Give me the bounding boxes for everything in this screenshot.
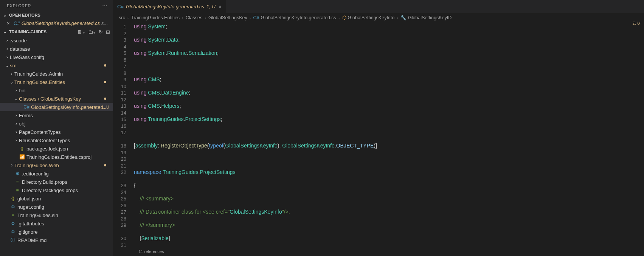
explorer-title: EXPLORER bbox=[7, 3, 31, 8]
item-label: .editorconfig bbox=[22, 171, 49, 177]
np-icon: ≡ bbox=[10, 212, 16, 218]
tree-folder[interactable]: ›bin bbox=[0, 86, 113, 95]
item-label: GlobalSettingsKeyInfo.generated.cs bbox=[31, 104, 109, 110]
breadcrumb-item[interactable]: TrainingGuides.Entities bbox=[131, 15, 180, 20]
tree-folder[interactable]: ›Forms bbox=[0, 111, 113, 119]
tree-file[interactable]: ≡TrainingGuides.sln bbox=[0, 211, 113, 219]
np-icon: ≡ bbox=[14, 179, 20, 185]
item-label: TrainingGuides.Admin bbox=[14, 71, 63, 77]
more-icon[interactable]: ··· bbox=[102, 2, 108, 9]
item-label: .gitattributes bbox=[17, 221, 44, 227]
conf-icon: ⚙ bbox=[10, 229, 16, 235]
breadcrumb-item[interactable]: GlobalSettingsKey bbox=[208, 15, 247, 20]
csharp-icon: C# bbox=[117, 4, 124, 9]
tree-folder[interactable]: ›TrainingGuides.Admin bbox=[0, 70, 113, 78]
tree-folder[interactable]: ›obj bbox=[0, 119, 113, 128]
code-editor[interactable]: 1234567891011121314151617181920212223242… bbox=[113, 22, 644, 256]
cs-icon: C# bbox=[23, 104, 29, 110]
csharp-icon: C# bbox=[253, 15, 259, 20]
tree-file[interactable]: ⚙.gitignore bbox=[0, 228, 113, 236]
property-icon: 🔧 bbox=[400, 15, 407, 20]
item-label: ReusableContentTypes bbox=[19, 138, 70, 143]
chevron-right-icon: › bbox=[127, 16, 129, 20]
item-label: Forms bbox=[19, 113, 33, 118]
tree-folder[interactable]: ⌄TrainingGuides.Entities bbox=[0, 78, 113, 86]
json-icon: {} bbox=[19, 146, 25, 152]
breadcrumb-item[interactable]: Classes bbox=[186, 15, 202, 20]
chevron-right-icon: › bbox=[250, 16, 251, 20]
breadcrumb-item[interactable]: C#GlobalSettingsKeyInfo.generated.cs bbox=[253, 15, 336, 20]
item-label: TrainingGuides.Entities bbox=[14, 79, 65, 85]
chevron-down-icon: ⌄ bbox=[14, 96, 19, 101]
folder-actions: 🗎₊ 🗀₊ ↻ ⊟ bbox=[78, 29, 110, 35]
breadcrumb-item[interactable]: ⬡GlobalSettingsKeyInfo bbox=[342, 15, 395, 20]
tree-folder[interactable]: ›.vscode bbox=[0, 36, 113, 45]
item-label: global.json bbox=[17, 196, 41, 202]
item-label: PageContentTypes bbox=[19, 129, 61, 135]
chevron-right-icon: › bbox=[14, 129, 19, 135]
explorer-header: EXPLORER ··· bbox=[0, 0, 113, 11]
chevron-right-icon: › bbox=[14, 121, 19, 126]
folder-title: TRAINING-GUIDES bbox=[9, 29, 47, 34]
item-label: database bbox=[10, 46, 30, 52]
tree-folder[interactable]: ›TrainingGuides.Web bbox=[0, 161, 113, 169]
tree-folder[interactable]: ›PageContentTypes bbox=[0, 128, 113, 136]
refresh-icon[interactable]: ↻ bbox=[99, 29, 103, 35]
tree-folder[interactable]: ›ReusableContentTypes bbox=[0, 136, 113, 144]
folder-section[interactable]: ⌄ TRAINING-GUIDES 🗎₊ 🗀₊ ↻ ⊟ bbox=[0, 27, 113, 36]
json-icon: {} bbox=[10, 195, 16, 202]
tree-file[interactable]: ⚙nuget.config bbox=[0, 203, 113, 211]
tree-file[interactable]: C#GlobalSettingsKeyInfo.generated.cs1, U bbox=[0, 103, 113, 111]
tree-file[interactable]: {}global.json bbox=[0, 194, 113, 203]
chevron-right-icon: › bbox=[5, 38, 10, 43]
tree-file[interactable]: ⚙.editorconfig bbox=[0, 169, 113, 178]
tree-file[interactable]: ⓘREADME.md bbox=[0, 236, 113, 244]
item-label: packages.lock.json bbox=[26, 146, 68, 152]
info-icon: ⓘ bbox=[10, 237, 16, 243]
open-editor-item[interactable]: × C# GlobalSettingsKeyInfo.generated.cs … bbox=[0, 19, 113, 27]
tree-file[interactable]: ≡Directory.Packages.props bbox=[0, 186, 113, 194]
item-label: nuget.config bbox=[17, 204, 44, 210]
breadcrumb-item[interactable]: src bbox=[119, 15, 125, 20]
tree-folder[interactable]: ›LiveSass conifg bbox=[0, 53, 113, 61]
modified-dot-icon bbox=[104, 64, 106, 67]
item-label: obj bbox=[19, 121, 25, 127]
chevron-right-icon: › bbox=[205, 16, 206, 20]
np-icon: ≡ bbox=[14, 187, 20, 193]
item-label: bin bbox=[19, 88, 25, 93]
tree-folder[interactable]: ⌄src bbox=[0, 61, 113, 70]
breadcrumb-label: Classes bbox=[186, 15, 202, 20]
tree-folder[interactable]: ›database bbox=[0, 45, 113, 53]
collapse-icon[interactable]: ⊟ bbox=[106, 29, 110, 35]
new-folder-icon[interactable]: 🗀₊ bbox=[88, 29, 96, 35]
line-gutter: 1234567891011121314151617181920212223242… bbox=[113, 22, 132, 256]
breadcrumb-label: src bbox=[119, 15, 125, 20]
chevron-down-icon: ⌄ bbox=[2, 29, 8, 34]
close-icon[interactable]: × bbox=[7, 20, 12, 26]
item-label: Directory.Packages.props bbox=[22, 188, 78, 193]
item-label: Directory.Build.props bbox=[22, 179, 67, 185]
file-tree: ›.vscode›database›LiveSass conifg⌄src›Tr… bbox=[0, 36, 113, 256]
git-badge: 1, U bbox=[102, 105, 109, 109]
chevron-right-icon: › bbox=[5, 54, 10, 60]
tree-file[interactable]: {}packages.lock.json bbox=[0, 144, 113, 153]
tree-file[interactable]: ⚙.gitattributes bbox=[0, 219, 113, 228]
tree-file[interactable]: ≡Directory.Build.props bbox=[0, 178, 113, 186]
breadcrumb[interactable]: src›TrainingGuides.Entities›Classes›Glob… bbox=[113, 13, 644, 22]
breadcrumb-item[interactable]: 🔧GlobalSettingsKeyID bbox=[400, 15, 452, 20]
class-icon: ⬡ bbox=[342, 15, 346, 20]
tab-title: GlobalSettingsKeyInfo.generated.cs bbox=[126, 4, 204, 9]
tab-active[interactable]: C# GlobalSettingsKeyInfo.generated.cs 1,… bbox=[113, 0, 226, 13]
editor-item-badge: 1, U bbox=[633, 21, 640, 25]
tree-folder[interactable]: ⌄Classes \ GlobalSettingsKey bbox=[0, 95, 113, 103]
code-content[interactable]: using System; using System.Data; using S… bbox=[132, 22, 644, 256]
modified-dot-icon bbox=[104, 98, 106, 100]
tree-file[interactable]: 📶TrainingGuides.Entities.csproj bbox=[0, 153, 113, 161]
chevron-right-icon: › bbox=[14, 88, 19, 93]
editor-item-name: GlobalSettingsKeyInfo.generated.cs bbox=[22, 20, 100, 26]
open-editors-section[interactable]: ⌄ OPEN EDITORS bbox=[0, 11, 113, 19]
new-file-icon[interactable]: 🗎₊ bbox=[78, 29, 85, 35]
chevron-right-icon: › bbox=[9, 71, 14, 76]
item-label: src bbox=[10, 63, 16, 68]
close-icon[interactable]: × bbox=[218, 4, 222, 9]
